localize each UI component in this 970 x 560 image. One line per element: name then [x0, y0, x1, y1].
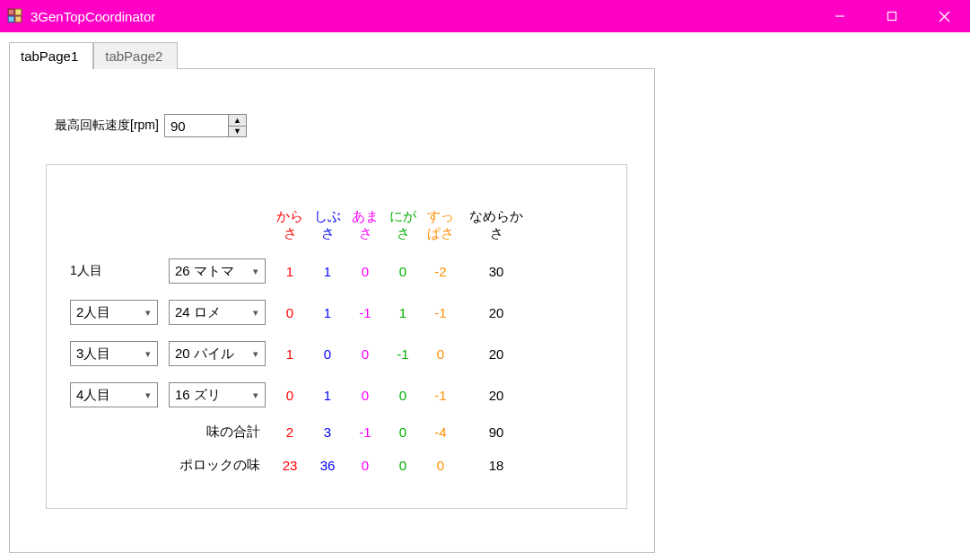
rpm-row: 最高回転速度[rpm] ▲ ▼ [55, 114, 627, 137]
val-sweet: -1 [346, 300, 384, 325]
tab-page2[interactable]: tabPage2 [93, 42, 178, 69]
player-select-2[interactable]: 2人目 ▾ [70, 300, 158, 325]
chevron-down-icon: ▾ [247, 348, 265, 360]
totals-label: 味の合計 [163, 424, 271, 441]
val-spicy: 1 [271, 341, 309, 366]
player1-label: 1人目 [65, 258, 163, 284]
val-dry: 1 [309, 258, 346, 284]
tot-dry: 3 [309, 424, 346, 441]
val-spicy: 0 [271, 382, 309, 407]
val-dry: 1 [309, 382, 346, 407]
tab-page1[interactable]: tabPage1 [9, 42, 93, 69]
client-area: tabPage1 tabPage2 最高回転速度[rpm] ▲ ▼ からさ しぶ… [0, 32, 970, 560]
svg-rect-0 [8, 9, 14, 15]
chevron-down-icon: ▾ [247, 266, 265, 277]
pol-bitter: 0 [384, 457, 422, 474]
chevron-down-icon: ▾ [247, 307, 265, 319]
berry-select-3[interactable]: 20 パイル ▾ [169, 341, 266, 366]
val-sweet: 0 [346, 382, 384, 407]
table-row: 2人目 ▾ 24 ロメ ▾ 0 1 -1 1 -1 [65, 300, 533, 325]
hdr-smooth: なめらかさ [459, 208, 533, 242]
val-sweet: 0 [346, 341, 384, 366]
tot-sweet: -1 [346, 424, 384, 441]
player-select-3-text: 3人目 [71, 346, 139, 363]
chevron-down-icon: ▾ [139, 348, 157, 360]
pol-sour: 0 [422, 457, 459, 474]
val-sour: 0 [422, 341, 459, 366]
pol-spicy: 23 [271, 457, 309, 474]
berry-select-1-text: 26 マトマ [170, 263, 247, 280]
titlebar: 3GenTopCoordinator [0, 0, 970, 32]
window-title: 3GenTopCoordinator [31, 9, 155, 24]
berry-select-4[interactable]: 16 ズリ ▾ [169, 382, 266, 407]
val-sweet: 0 [346, 258, 384, 284]
header-row: からさ しぶさ あまさ にがさ すっぱさ なめらかさ [65, 208, 533, 242]
table-row: 3人目 ▾ 20 パイル ▾ 1 0 0 -1 0 [65, 341, 533, 366]
close-button[interactable] [918, 0, 970, 32]
chevron-down-icon: ▾ [139, 389, 157, 401]
rpm-spin-down[interactable]: ▼ [229, 127, 246, 137]
player-select-4-text: 4人目 [71, 387, 139, 404]
maximize-button[interactable] [866, 0, 918, 32]
val-spicy: 1 [271, 258, 309, 284]
player-select-4[interactable]: 4人目 ▾ [70, 382, 158, 407]
val-bitter: -1 [384, 341, 422, 366]
rpm-input[interactable] [165, 115, 228, 136]
val-spicy: 0 [271, 300, 309, 325]
val-smooth: 20 [459, 382, 533, 407]
val-sour: -1 [422, 300, 459, 325]
hdr-sweet: あまさ [346, 208, 384, 242]
berry-select-4-text: 16 ズリ [170, 387, 247, 404]
tot-bitter: 0 [384, 424, 422, 441]
totals-row: 味の合計 2 3 -1 0 -4 90 [65, 424, 533, 441]
rpm-spinner[interactable]: ▲ ▼ [228, 115, 246, 136]
val-bitter: 0 [384, 382, 422, 407]
berry-select-1[interactable]: 26 マトマ ▾ [169, 258, 266, 284]
val-bitter: 1 [384, 300, 422, 325]
tabstrip: tabPage1 tabPage2 [9, 41, 961, 68]
val-smooth: 20 [459, 300, 533, 325]
rpm-spin-up[interactable]: ▲ [229, 115, 246, 127]
app-icon [7, 8, 23, 24]
player-select-3[interactable]: 3人目 ▾ [70, 341, 158, 366]
flavor-table: からさ しぶさ あまさ にがさ すっぱさ なめらかさ 1人目 26 マトマ ▾ [65, 192, 533, 490]
tot-sour: -4 [422, 424, 459, 441]
hdr-dry: しぶさ [309, 208, 346, 242]
val-sour: -2 [422, 258, 459, 284]
berry-select-2-text: 24 ロメ [170, 304, 247, 321]
polock-row: ポロックの味 23 36 0 0 0 18 [65, 457, 533, 474]
berry-select-2[interactable]: 24 ロメ ▾ [169, 300, 266, 325]
val-dry: 0 [309, 341, 346, 366]
chevron-down-icon: ▾ [247, 389, 265, 401]
berry-select-3-text: 20 パイル [170, 346, 247, 363]
hdr-sour: すっぱさ [422, 208, 459, 242]
rpm-numeric[interactable]: ▲ ▼ [164, 114, 247, 137]
val-bitter: 0 [384, 258, 422, 284]
pol-smooth: 18 [459, 457, 533, 474]
player-select-2-text: 2人目 [71, 304, 139, 321]
tot-smooth: 90 [459, 424, 533, 441]
svg-rect-3 [15, 16, 22, 22]
chevron-down-icon: ▾ [139, 307, 157, 319]
val-sour: -1 [422, 382, 459, 407]
rpm-label: 最高回転速度[rpm] [55, 118, 159, 134]
pol-sweet: 0 [346, 457, 384, 474]
svg-rect-5 [888, 13, 896, 21]
pol-dry: 36 [309, 457, 346, 474]
svg-rect-2 [8, 16, 14, 22]
hdr-spicy: からさ [271, 208, 309, 242]
table-row: 4人目 ▾ 16 ズリ ▾ 0 1 0 0 -1 2 [65, 382, 533, 407]
tot-spicy: 2 [271, 424, 309, 441]
svg-rect-1 [15, 9, 22, 15]
val-smooth: 30 [459, 258, 533, 284]
tabpage1-content: 最高回転速度[rpm] ▲ ▼ からさ しぶさ あまさ にがさ すっぱさ [9, 68, 655, 553]
minimize-button[interactable] [814, 0, 866, 32]
flavor-panel: からさ しぶさ あまさ にがさ すっぱさ なめらかさ 1人目 26 マトマ ▾ [46, 164, 627, 509]
table-row: 1人目 26 マトマ ▾ 1 1 0 0 -2 30 [65, 258, 533, 284]
hdr-bitter: にがさ [384, 208, 422, 242]
val-dry: 1 [309, 300, 346, 325]
val-smooth: 20 [459, 341, 533, 366]
polock-label: ポロックの味 [163, 457, 271, 474]
